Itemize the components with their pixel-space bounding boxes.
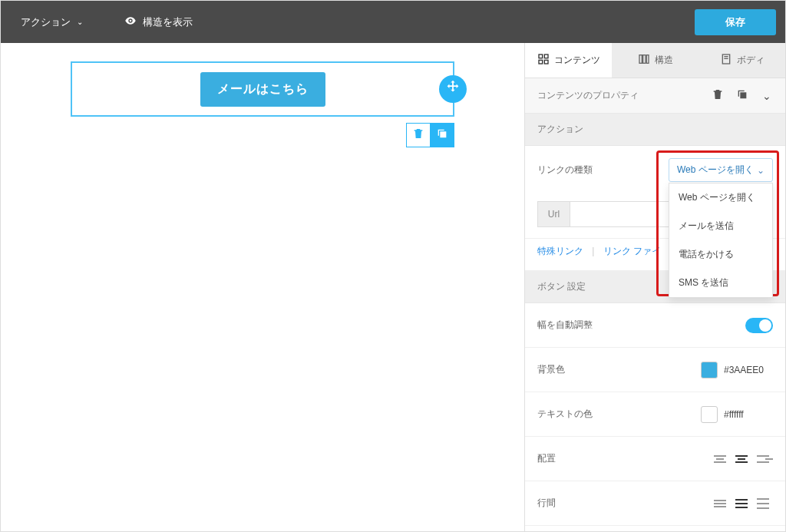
text-color-label: テキストの色: [537, 408, 701, 421]
svg-rect-5: [639, 55, 642, 64]
link-type-selected-value: Web ページを開く: [677, 164, 754, 177]
text-color-value: #ffffff: [724, 409, 773, 420]
align-right-button[interactable]: [753, 450, 773, 468]
action-dropdown-label: アクション: [21, 15, 71, 29]
show-structure-toggle[interactable]: 構造を表示: [124, 15, 193, 29]
tab-body-label: ボディ: [737, 54, 765, 67]
save-button[interactable]: 保存: [695, 9, 776, 35]
top-bar: アクション ⌄ 構造を表示 保存: [1, 1, 785, 43]
move-icon: [444, 79, 461, 99]
link-type-option[interactable]: 電話をかける: [669, 240, 772, 269]
align-label: 配置: [537, 452, 710, 465]
properties-header: コンテンツのプロパティ ⌄: [525, 78, 785, 114]
copy-icon: [736, 88, 748, 104]
show-structure-label: 構造を表示: [143, 15, 193, 29]
line-height-normal-button[interactable]: [732, 494, 751, 513]
line-height-loose-button[interactable]: [753, 494, 773, 513]
section-action-heading: アクション: [525, 114, 785, 146]
chevron-down-icon: ⌄: [77, 18, 83, 26]
align-left-button[interactable]: [710, 450, 730, 468]
link-type-option[interactable]: SMS を送信: [669, 269, 772, 297]
auto-width-toggle[interactable]: [745, 318, 773, 333]
header-duplicate-button[interactable]: [730, 84, 755, 108]
auto-width-label: 幅を自動調整: [537, 319, 745, 332]
svg-rect-2: [544, 55, 548, 58]
email-button[interactable]: メールはこちら: [200, 72, 325, 107]
line-height-row: 行間: [525, 481, 785, 526]
email-button-label: メールはこちら: [217, 82, 309, 95]
svg-point-0: [130, 20, 132, 22]
url-prefix-label: Url: [537, 201, 570, 227]
link-file-link[interactable]: リンク ファイ: [603, 246, 661, 256]
svg-rect-6: [642, 55, 645, 64]
align-center-button[interactable]: [732, 450, 751, 468]
selected-element-outline[interactable]: メールはこちら: [71, 61, 454, 117]
link-type-dropdown: Web ページを開く メールを送信 電話をかける SMS を送信: [669, 183, 773, 298]
tab-structure[interactable]: 構造: [612, 43, 698, 78]
delete-element-button[interactable]: [406, 123, 431, 147]
side-panel: コンテンツ 構造 ボディ コンテンツのプロパティ: [524, 43, 785, 532]
svg-rect-1: [539, 55, 543, 58]
links-divider: |: [592, 246, 594, 256]
save-button-label: 保存: [725, 16, 745, 28]
align-row: 配置: [525, 437, 785, 481]
auto-width-row: 幅を自動調整: [525, 303, 785, 348]
special-links-link[interactable]: 特殊リンク: [537, 246, 583, 256]
canvas-area[interactable]: メールはこちら: [1, 43, 524, 532]
duplicate-element-button[interactable]: [430, 123, 454, 147]
svg-rect-3: [539, 60, 543, 64]
header-collapse-button[interactable]: ⌄: [755, 84, 779, 108]
copy-icon: [436, 127, 448, 143]
tab-contents[interactable]: コンテンツ: [525, 43, 612, 78]
svg-rect-7: [646, 55, 649, 64]
bg-color-value: #3AAEE0: [724, 365, 773, 375]
columns-icon: [638, 53, 650, 68]
trash-icon: [412, 127, 424, 143]
tab-contents-label: コンテンツ: [554, 54, 600, 67]
trash-icon: [712, 88, 724, 104]
link-type-select[interactable]: Web ページを開く ⌄: [669, 158, 773, 182]
eye-icon: [124, 15, 137, 29]
link-type-label: リンクの種類: [537, 164, 669, 177]
chevron-down-icon: ⌄: [757, 165, 765, 176]
tab-body[interactable]: ボディ: [698, 43, 785, 78]
chevron-down-icon: ⌄: [762, 90, 771, 102]
text-color-row: テキストの色 #ffffff: [525, 392, 785, 437]
move-handle[interactable]: [439, 75, 467, 103]
page-icon: [720, 53, 732, 68]
header-delete-button[interactable]: [705, 84, 730, 108]
grid-icon: [537, 53, 550, 68]
action-dropdown-button[interactable]: アクション ⌄: [10, 9, 94, 35]
svg-rect-4: [544, 60, 548, 64]
properties-title: コンテンツのプロパティ: [537, 89, 705, 102]
link-type-option[interactable]: メールを送信: [669, 212, 772, 240]
text-color-chip[interactable]: [701, 406, 718, 423]
link-type-option[interactable]: Web ページを開く: [669, 183, 772, 212]
line-height-tight-button[interactable]: [710, 494, 730, 513]
bg-color-row: 背景色 #3AAEE0: [525, 348, 785, 392]
bg-color-chip[interactable]: [701, 362, 718, 378]
line-height-label: 行間: [537, 497, 710, 510]
bg-color-label: 背景色: [537, 363, 701, 376]
tab-structure-label: 構造: [655, 54, 673, 67]
